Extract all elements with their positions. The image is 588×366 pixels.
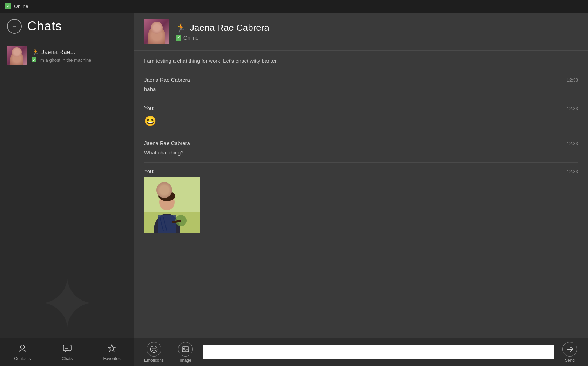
message-block: You: 12:33 [144, 163, 578, 239]
message-time: 12:33 [567, 77, 578, 83]
message-block: Jaena Rae Cabrera 12:33 What chat thing? [144, 134, 578, 163]
message-sender: Jaena Rae Cabrera [144, 140, 190, 146]
contact-list: 🏃 Jaena Rae... ✓ I'm a ghost in the mach… [0, 40, 134, 71]
sidebar-item-contacts[interactable]: Contacts [0, 338, 45, 366]
message-time: 12:33 [567, 169, 578, 174]
favorites-icon [107, 344, 117, 355]
contacts-nav-label: Contacts [14, 356, 31, 361]
chat-status-text: Online [183, 35, 198, 41]
message-header: Jaena Rae Cabrera 12:33 [144, 140, 578, 146]
chat-status-check-icon: ✓ [176, 35, 181, 41]
message-header: You: 12:33 [144, 105, 578, 111]
messages-area[interactable]: I am testing a chat thing for work. Let'… [134, 51, 588, 338]
chat-name-row: 🏃 Jaena Rae Cabrera [176, 22, 269, 33]
contact-name-row: 🏃 Jaena Rae... [32, 48, 91, 56]
sidebar-item-chats[interactable]: Chats [45, 338, 90, 366]
send-button[interactable]: Send [557, 340, 582, 365]
message-sender: You: [144, 105, 154, 111]
contact-status-check-icon: ✓ [32, 57, 36, 62]
emoticons-button[interactable]: Emoticons [140, 342, 168, 363]
message-sender: Jaena Rae Cabrera [144, 77, 190, 83]
favorites-nav-label: Favorites [103, 356, 121, 361]
main-layout: ✦ ← Chats 🏃 Jaena Rae... ✓ I'm a g [0, 13, 588, 366]
running-icon: 🏃 [32, 48, 39, 56]
chats-nav-label: Chats [62, 356, 73, 361]
chat-contact-avatar-image [144, 19, 169, 44]
chats-icon [62, 344, 72, 355]
message-image [144, 177, 200, 233]
contact-status-row: ✓ I'm a ghost in the machine [32, 57, 91, 63]
emoticons-icon [147, 342, 161, 357]
message-block: You: 12:33 😆 [144, 99, 578, 134]
svg-rect-1 [63, 345, 71, 351]
send-icon [562, 342, 577, 357]
top-status-bar: ✓ Online [0, 0, 588, 13]
contact-name: Jaena Rae... [41, 49, 75, 56]
back-button[interactable]: ← [7, 19, 22, 34]
chat-input-bar: Emoticons Image S [134, 338, 588, 366]
contact-item[interactable]: 🏃 Jaena Rae... ✓ I'm a ghost in the mach… [4, 43, 131, 68]
message-sender: You: [144, 168, 154, 174]
svg-point-0 [20, 345, 25, 349]
chat-contact-avatar [144, 19, 169, 44]
image-button[interactable]: Image [171, 342, 200, 363]
message-block: Jaena Rae Cabrera 12:33 haha [144, 71, 578, 99]
sidebar-bg-decoration: ✦ [38, 263, 97, 345]
emoticons-label: Emoticons [144, 358, 164, 363]
image-label: Image [180, 358, 191, 363]
message-header: You: 12:33 [144, 168, 578, 174]
chat-contact-info: 🏃 Jaena Rae Cabrera ✓ Online [176, 22, 269, 41]
message-time: 12:33 [567, 106, 578, 111]
contact-info: 🏃 Jaena Rae... ✓ I'm a ghost in the mach… [32, 48, 91, 63]
intro-message: I am testing a chat thing for work. Let'… [144, 58, 578, 64]
chat-text-input[interactable] [203, 345, 554, 359]
message-time: 12:33 [567, 141, 578, 146]
contacts-icon [18, 344, 27, 355]
chat-status-row: ✓ Online [176, 35, 269, 41]
sidebar-header: ← Chats [0, 13, 134, 40]
image-icon [178, 342, 193, 357]
message-emoji: 😆 [144, 114, 578, 129]
online-status-text: Online [14, 4, 28, 9]
online-status-icon: ✓ [5, 3, 11, 9]
contact-status-text: I'm a ghost in the machine [38, 57, 91, 63]
svg-point-8 [158, 191, 175, 201]
chat-running-icon: 🏃 [176, 23, 186, 33]
contact-avatar [7, 46, 27, 65]
message-body: haha [144, 85, 578, 94]
chat-area: 🏃 Jaena Rae Cabrera ✓ Online I am testin… [134, 13, 588, 366]
svg-point-14 [151, 346, 157, 352]
sidebar-item-favorites[interactable]: Favorites [89, 338, 134, 366]
message-body: What chat thing? [144, 149, 578, 157]
send-label: Send [565, 358, 575, 363]
svg-point-16 [155, 348, 156, 349]
chat-contact-name: Jaena Rae Cabrera [190, 22, 269, 33]
sidebar: ✦ ← Chats 🏃 Jaena Rae... ✓ I'm a g [0, 13, 134, 366]
svg-rect-17 [182, 347, 189, 352]
sidebar-title: Chats [27, 19, 62, 34]
svg-point-15 [153, 348, 154, 349]
sidebar-bottom-nav: Contacts Chats [0, 338, 134, 366]
message-header: Jaena Rae Cabrera 12:33 [144, 77, 578, 83]
chat-header: 🏃 Jaena Rae Cabrera ✓ Online [134, 13, 588, 51]
contact-avatar-image [7, 46, 27, 65]
